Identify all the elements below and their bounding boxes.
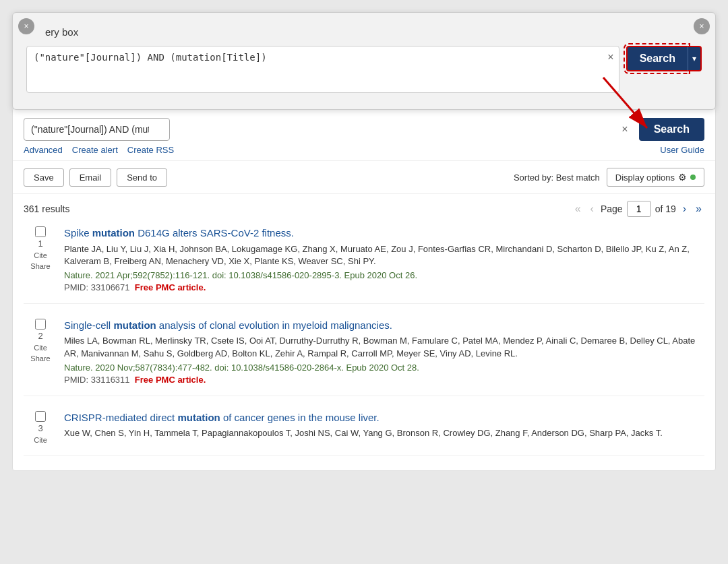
modal-query-textarea[interactable]: ("nature"[Journal]) AND (mutation[Title]… xyxy=(26,46,619,93)
article-title-2[interactable]: Single-cell mutation analysis of clonal … xyxy=(64,319,704,332)
modal-search-group: Search ▾ xyxy=(626,46,702,71)
sorted-by-label: Sorted by: Best match xyxy=(514,173,600,183)
display-options-label: Display options xyxy=(615,173,675,183)
toolbar: Save Email Send to Sorted by: Best match… xyxy=(13,161,715,194)
main-search-links: Advanced Create alert Create RSS User Gu… xyxy=(24,145,704,155)
share-link-1[interactable]: Share xyxy=(30,262,50,270)
pmid-label-1: PMID: 33106671 xyxy=(64,282,130,292)
article-body-3: CRISPR-mediated direct mutation of cance… xyxy=(64,411,704,444)
close-right-icon: × xyxy=(699,22,704,31)
free-pmc-2[interactable]: Free PMC article. xyxy=(135,375,206,385)
article-authors-1: Plante JA, Liu Y, Liu J, Xia H, Johnson … xyxy=(64,243,704,268)
article-checkbox-1[interactable] xyxy=(35,226,46,237)
article-authors-2: Miles LA, Bowman RL, Merlinsky TR, Csete… xyxy=(64,335,704,359)
results-count: 361 results xyxy=(24,203,69,214)
toolbar-left: Save Email Send to xyxy=(24,168,167,187)
cite-link-1[interactable]: Cite xyxy=(34,251,47,259)
main-search-area: × Search Advanced Create alert Create RS… xyxy=(13,108,715,161)
article-body-1: Spike mutation D614G alters SARS-CoV-2 f… xyxy=(64,226,704,292)
table-row: 3 Cite CRISPR-mediated direct mutation o… xyxy=(24,411,704,456)
share-link-2[interactable]: Share xyxy=(30,354,50,363)
prev-page-button[interactable]: ‹ xyxy=(588,201,597,216)
main-search-clear-button[interactable]: × xyxy=(621,123,628,135)
user-guide-link[interactable]: User Guide xyxy=(660,145,704,155)
article-num-2: 2 xyxy=(38,331,42,341)
article-body-2: Single-cell mutation analysis of clonal … xyxy=(64,319,704,385)
first-page-button[interactable]: « xyxy=(572,201,584,216)
results-header: 361 results « ‹ Page of 19 › » xyxy=(24,201,704,217)
main-content: × Search Advanced Create alert Create RS… xyxy=(12,108,716,471)
advanced-link[interactable]: Advanced xyxy=(24,145,63,155)
free-pmc-1[interactable]: Free PMC article. xyxy=(135,282,206,292)
modal-search-button[interactable]: Search xyxy=(626,46,688,71)
modal-textarea-wrap: ("nature"[Journal]) AND (mutation[Title]… xyxy=(26,46,619,96)
pmid-label-2: PMID: 33116311 xyxy=(64,375,130,385)
pagination: « ‹ Page of 19 › » xyxy=(572,201,704,217)
email-button[interactable]: Email xyxy=(69,168,112,187)
last-page-button[interactable]: » xyxy=(693,201,704,216)
modal-title: ery box xyxy=(45,26,702,38)
article-checkbox-3[interactable] xyxy=(35,411,46,422)
close-left-icon: × xyxy=(24,22,28,31)
main-search-row: × Search xyxy=(24,118,704,141)
article-num-3: 3 xyxy=(38,423,42,433)
table-row: 2 Cite Share Single-cell mutation analys… xyxy=(24,319,704,396)
page-number-input[interactable] xyxy=(627,201,651,217)
journal-detail-1: 2021 Apr;592(7852):116-121. doi: 10.1038… xyxy=(93,270,417,280)
article-title-post-1: D614G alters SARS-CoV-2 fitness. xyxy=(135,227,294,239)
save-button[interactable]: Save xyxy=(24,168,64,187)
display-options-button[interactable]: Display options ⚙ xyxy=(607,168,704,187)
send-to-button[interactable]: Send to xyxy=(117,168,167,187)
cite-link-2[interactable]: Cite xyxy=(34,344,47,352)
modal-search-dropdown-button[interactable]: ▾ xyxy=(688,46,702,71)
journal-detail-2: 2020 Nov;587(7834):477-482. doi: 10.1038… xyxy=(93,363,419,373)
article-title-pre-2: Single-cell xyxy=(64,319,113,331)
green-dot-indicator xyxy=(690,175,696,180)
modal-close-left-button[interactable]: × xyxy=(18,18,34,34)
article-left-3: 3 Cite xyxy=(24,411,57,444)
article-title-bold-3: mutation xyxy=(177,412,220,423)
article-checkbox-2[interactable] xyxy=(35,319,46,330)
article-title-bold-1: mutation xyxy=(92,227,135,239)
article-title-pre-1: Spike xyxy=(64,227,92,239)
modal-clear-button[interactable]: × xyxy=(607,51,613,63)
table-row: 1 Cite Share Spike mutation D614G alters… xyxy=(24,226,704,304)
create-alert-link[interactable]: Create alert xyxy=(72,145,118,155)
query-box-modal: × × ery box ("nature"[Journal]) AND (mut… xyxy=(12,12,716,110)
results-area: 361 results « ‹ Page of 19 › » 1 Cite Sh… xyxy=(13,194,715,456)
article-left-2: 2 Cite Share xyxy=(24,319,57,385)
search-links-left: Advanced Create alert Create RSS xyxy=(24,145,174,155)
article-journal-2: Nature. 2020 Nov;587(7834):477-482. doi:… xyxy=(64,363,704,373)
article-title-post-2: analysis of clonal evolution in myeloid … xyxy=(156,319,392,331)
cite-link-3[interactable]: Cite xyxy=(34,436,47,444)
main-search-button[interactable]: Search xyxy=(639,118,704,141)
toolbar-right: Sorted by: Best match Display options ⚙ xyxy=(514,168,704,187)
article-title-post-3: of cancer genes in the mouse liver. xyxy=(220,412,380,423)
article-left-1: 1 Cite Share xyxy=(24,226,57,292)
page-of-label: of 19 xyxy=(655,203,676,214)
journal-name-1: Nature. xyxy=(64,270,93,280)
article-pmid-2: PMID: 33116311 Free PMC article. xyxy=(64,375,704,385)
main-search-input[interactable] xyxy=(24,118,170,141)
gear-icon: ⚙ xyxy=(678,172,687,183)
article-title-3[interactable]: CRISPR-mediated direct mutation of cance… xyxy=(64,411,704,425)
article-pmid-1: PMID: 33106671 Free PMC article. xyxy=(64,282,704,292)
journal-name-2: Nature. xyxy=(64,363,93,373)
article-title-bold-2: mutation xyxy=(113,319,156,331)
next-page-button[interactable]: › xyxy=(680,201,689,216)
article-num-1: 1 xyxy=(38,239,42,249)
modal-close-right-button[interactable]: × xyxy=(694,18,710,34)
modal-query-row: ("nature"[Journal]) AND (mutation[Title]… xyxy=(26,46,702,96)
article-title-pre-3: CRISPR-mediated direct xyxy=(64,412,177,423)
page-label: Page xyxy=(601,203,623,214)
article-title-1[interactable]: Spike mutation D614G alters SARS-CoV-2 f… xyxy=(64,226,704,240)
create-rss-link[interactable]: Create RSS xyxy=(127,145,174,155)
article-journal-1: Nature. 2021 Apr;592(7852):116-121. doi:… xyxy=(64,270,704,280)
article-authors-3: Xue W, Chen S, Yin H, Tammela T, Papagia… xyxy=(64,427,704,439)
search-input-wrap: × xyxy=(24,118,634,141)
